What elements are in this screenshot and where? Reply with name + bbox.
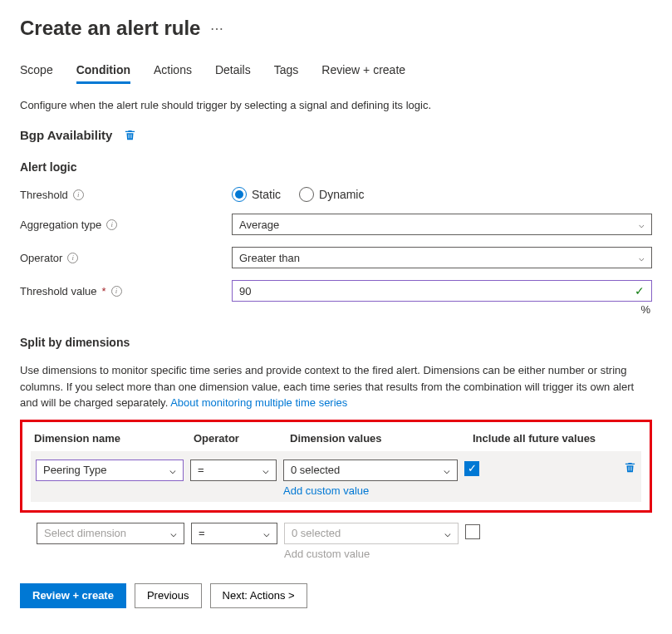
threshold-value: 90 xyxy=(239,285,251,297)
previous-button[interactable]: Previous xyxy=(135,583,202,608)
tab-details[interactable]: Details xyxy=(215,63,251,84)
threshold-radio-group: Static Dynamic xyxy=(232,187,364,202)
chevron-down-icon: ⌵ xyxy=(262,464,269,476)
operator-value: Greater than xyxy=(239,252,300,264)
tab-condition[interactable]: Condition xyxy=(76,63,130,84)
add-custom-value-link[interactable]: Add custom value xyxy=(283,484,458,497)
dimension-name-select[interactable]: Peering Type ⌵ xyxy=(36,460,184,481)
chevron-down-icon: ⌵ xyxy=(639,219,645,230)
dimension-row: Peering Type ⌵ = ⌵ 0 selected ⌵ Add cust… xyxy=(31,451,641,502)
delete-signal-icon[interactable] xyxy=(124,129,136,141)
operator-select[interactable]: Greater than ⌵ xyxy=(232,247,652,268)
col-dimension-name: Dimension name xyxy=(34,432,194,445)
dimensions-highlight-box: Dimension name Operator Dimension values… xyxy=(20,420,652,513)
info-icon[interactable]: i xyxy=(67,253,78,263)
threshold-label: Threshold xyxy=(20,189,68,201)
check-icon: ✓ xyxy=(635,284,645,297)
delete-dimension-icon[interactable] xyxy=(624,461,636,476)
radio-selected-icon xyxy=(232,187,247,202)
include-future-checkbox[interactable] xyxy=(465,524,480,539)
chevron-down-icon: ⌵ xyxy=(170,527,177,539)
monitoring-link[interactable]: About monitoring multiple time series xyxy=(170,396,347,409)
aggregation-value: Average xyxy=(239,219,279,231)
info-icon[interactable]: i xyxy=(111,286,122,297)
col-future: Include all future values xyxy=(473,432,638,445)
chevron-down-icon: ⌵ xyxy=(444,464,450,476)
condition-description: Configure when the alert rule should tri… xyxy=(20,99,652,111)
dimension-operator-select[interactable]: = ⌵ xyxy=(190,460,277,481)
more-icon[interactable]: ⋯ xyxy=(210,21,223,37)
dimension-values-select[interactable]: 0 selected ⌵ xyxy=(283,460,458,481)
threshold-dynamic-label: Dynamic xyxy=(319,188,364,201)
dimension-row: Select dimension ⌵ = ⌵ 0 selected ⌵ Add … xyxy=(32,518,640,565)
review-create-button[interactable]: Review + create xyxy=(20,583,126,608)
dimension-operator-select[interactable]: = ⌵ xyxy=(191,523,277,544)
tab-tags[interactable]: Tags xyxy=(274,63,299,84)
info-icon[interactable]: i xyxy=(73,189,84,200)
radio-unselected-icon xyxy=(299,187,314,202)
tab-scope[interactable]: Scope xyxy=(20,63,53,84)
alert-logic-heading: Alert logic xyxy=(20,160,652,174)
add-custom-value-link[interactable]: Add custom value xyxy=(284,548,459,560)
split-description: Use dimensions to monitor specific time … xyxy=(20,362,652,411)
dimension-name-select[interactable]: Select dimension ⌵ xyxy=(37,523,184,544)
next-button[interactable]: Next: Actions > xyxy=(210,583,307,608)
chevron-down-icon: ⌵ xyxy=(169,464,176,476)
required-asterisk: * xyxy=(102,285,106,297)
aggregation-label: Aggregation type xyxy=(20,219,101,231)
threshold-dynamic-option[interactable]: Dynamic xyxy=(299,187,364,202)
tab-review[interactable]: Review + create xyxy=(321,63,405,84)
chevron-down-icon: ⌵ xyxy=(263,527,270,539)
signal-name: Bgp Availability xyxy=(20,128,112,142)
col-operator: Operator xyxy=(194,432,290,445)
operator-label: Operator xyxy=(20,252,62,264)
page-title: Create an alert rule xyxy=(20,17,200,40)
threshold-static-option[interactable]: Static xyxy=(232,187,281,202)
info-icon[interactable]: i xyxy=(106,219,117,230)
threshold-value-label: Threshold value xyxy=(20,285,97,297)
dimension-values-select[interactable]: 0 selected ⌵ xyxy=(284,523,459,544)
threshold-value-input[interactable]: 90 ✓ xyxy=(232,280,652,302)
chevron-down-icon: ⌵ xyxy=(639,253,645,263)
footer-buttons: Review + create Previous Next: Actions > xyxy=(20,583,652,608)
tabs: Scope Condition Actions Details Tags Rev… xyxy=(20,63,652,84)
threshold-static-label: Static xyxy=(252,188,281,201)
include-future-checkbox[interactable]: ✓ xyxy=(464,461,479,476)
aggregation-select[interactable]: Average ⌵ xyxy=(232,214,652,235)
split-heading: Split by dimensions xyxy=(20,336,652,349)
tab-actions[interactable]: Actions xyxy=(154,63,192,84)
col-values: Dimension values xyxy=(290,432,473,445)
threshold-unit: % xyxy=(20,303,652,316)
chevron-down-icon: ⌵ xyxy=(444,527,451,539)
